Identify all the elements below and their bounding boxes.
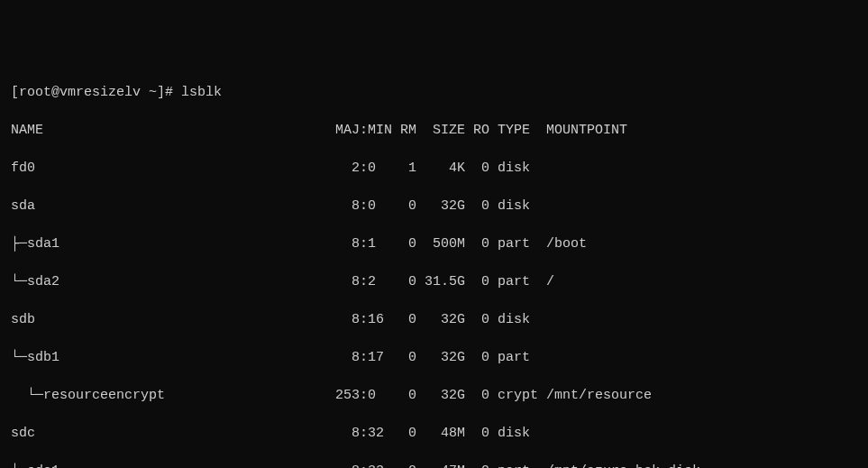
- lsblk-row: ├─sda1 8:1 0 500M 0 part /boot: [11, 234, 857, 253]
- lsblk-row: sdb 8:16 0 32G 0 disk: [11, 310, 857, 329]
- lsblk-row: fd0 2:0 1 4K 0 disk: [11, 159, 857, 178]
- lsblk-row: └─sda2 8:2 0 31.5G 0 part /: [11, 272, 857, 291]
- lsblk-row: sdc 8:32 0 48M 0 disk: [11, 424, 857, 443]
- terminal-prompt: [root@vmresizelv ~]# lsblk: [11, 83, 857, 102]
- lsblk-row: └─sdc1 8:33 0 47M 0 part /mnt/azure_bek_…: [11, 462, 857, 468]
- lsblk-header: NAME MAJ:MIN RM SIZE RO TYPE MOUNTPOINT: [11, 121, 857, 140]
- lsblk-row: sda 8:0 0 32G 0 disk: [11, 197, 857, 216]
- lsblk-row: └─resourceencrypt 253:0 0 32G 0 crypt /m…: [11, 386, 857, 405]
- lsblk-row: └─sdb1 8:17 0 32G 0 part: [11, 348, 857, 367]
